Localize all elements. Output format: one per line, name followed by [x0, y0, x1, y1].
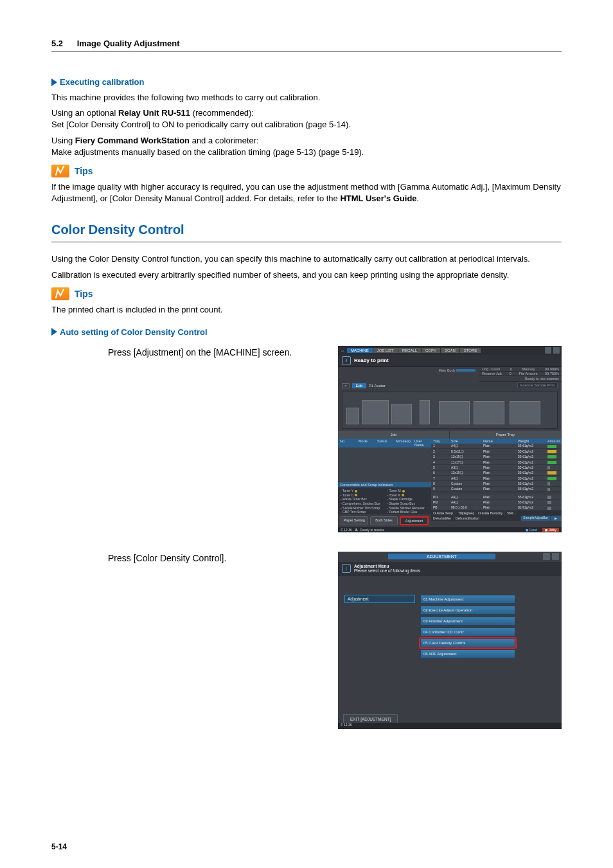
adjustment-menu-item[interactable]: 06 ADF Adjustment [420, 649, 515, 658]
status-bar: iReady to print [338, 355, 562, 367]
section-number: 5.2 [51, 39, 63, 48]
paper-tray-row[interactable]: 613x19❏Plain55-61g/m2 [431, 471, 562, 476]
section-header: 5.2 Image Quality Adjustment [51, 39, 562, 51]
info-icon: i [342, 356, 351, 365]
paper-tray-header: TraySizeNameWeightAmount [431, 439, 562, 444]
paper-tray-row[interactable]: 8CustomPlain55-61g/m2 [431, 481, 562, 486]
tab-machine[interactable]: MACHINE [347, 348, 373, 353]
info-icon: i [342, 564, 351, 573]
paper-tray-row[interactable]: PI1A4❏Plain55-61g/m2 [431, 494, 562, 500]
tips-label: Tips [75, 289, 93, 299]
section-title: Image Quality Adjustment [77, 39, 180, 48]
edit-avatar-button[interactable]: Edit [352, 383, 366, 388]
adjustment-menu-item[interactable]: 01 Machine Adjustment [420, 595, 515, 604]
adjustment-tab[interactable]: ADJUSTMENT [388, 554, 495, 559]
dehumidifier-row: DehumidifierDehumidificationSampleAdjust… [431, 516, 562, 521]
adjustment-menu-item[interactable]: 04 Controller ICC Contr. [420, 628, 515, 637]
detail-button[interactable]: ◼ Detail [523, 528, 540, 532]
sample-adjust-bar[interactable]: SampleAdjustBar [521, 516, 551, 521]
footer-status-bar: © 12:36🖶Ready to receive◼ Detail◼ Utilit… [338, 527, 562, 532]
paper-tray-row[interactable]: 9CustomPlain55-61g/m2 [431, 487, 562, 492]
adjustment-menu-item[interactable]: 03 Finisher Adjustment [420, 617, 515, 626]
consumable-list: Toner YToner CWaste Toner BoxComprehens.… [338, 487, 431, 514]
tab-copy[interactable]: COPY [422, 348, 440, 353]
tips-icon [51, 165, 69, 177]
adjustment-category-button[interactable]: Adjustment [344, 595, 415, 603]
subheading-auto-setting: Auto setting of Color Density Control [51, 327, 562, 337]
tab-scan[interactable]: SCAN [441, 348, 459, 353]
job-header: No.ModeStatusMinute(s)User Name [338, 439, 431, 448]
machine-diagram [342, 392, 558, 429]
execute-sample-print-button[interactable]: Execute Sample Print [517, 382, 558, 388]
paper-tray-row[interactable]: 411x17❏Plain55-61g/m2 [431, 460, 562, 465]
paper-tray-row[interactable]: 28.5x11❏Plain55-61g/m2 [431, 449, 562, 454]
help-icon[interactable] [553, 347, 560, 354]
adjustment-menu-item[interactable]: 02 Execute Adjust Operation [420, 606, 515, 615]
utility-button[interactable]: ◼ Utility [542, 528, 559, 532]
job-list [338, 448, 431, 482]
paper-tray-row[interactable]: PI2A4❏Plain55-61g/m2 [431, 500, 562, 505]
subheading-executing-calibration: Executing calibration [51, 77, 562, 87]
prev-avatar-button[interactable]: < [342, 383, 350, 388]
adjustment-header: iAdjustment MenuPlease select one of fol… [338, 562, 562, 575]
both sides-button[interactable]: Both Sides [370, 516, 398, 525]
step-2-text: Press [Color Density Control]. [51, 552, 319, 565]
tab-recall[interactable]: RECALL [398, 348, 421, 353]
help-icon[interactable] [552, 553, 559, 560]
paragraph: Using an optional Relay Unit RU-511 (rec… [51, 107, 562, 131]
adjustment-button[interactable]: Adjustment [400, 516, 429, 525]
ready-text: Ready to print [354, 357, 389, 363]
tips-text: If the image quality with higher accurac… [51, 181, 562, 204]
paragraph: This machine provides the following two … [51, 92, 562, 104]
settings-icon[interactable] [545, 347, 551, 354]
triangle-icon [51, 78, 57, 86]
outside-temp-row: Outside Temp.78[degree]Outside Humidity5… [431, 511, 562, 516]
tab-job list[interactable]: JOB LIST [373, 348, 398, 353]
home-icon[interactable]: ⌂ [338, 348, 347, 352]
step-1-text: Press [Adjustment] on the [MACHINE] scre… [51, 346, 319, 359]
tips-header: Tips [51, 287, 562, 300]
adjustment-menu-item[interactable]: 05 Color Density Control [420, 638, 515, 647]
paragraph: Using Fiery Command WorkStation and a co… [51, 135, 562, 158]
printer-icon: 🖶 [355, 528, 358, 532]
paper-tray-row[interactable]: PB98.0 x 65.0Plain81-91g/m2 [431, 505, 562, 511]
consumable-title: Consumable and Scrap Indicators [338, 482, 431, 487]
paragraph: Using the Color Density Control function… [51, 253, 562, 265]
machine-screen: ⌂MACHINEJOB LISTRECALLCOPYSCANSTOREiRead… [338, 346, 562, 532]
job-panel-title: Job [338, 431, 450, 439]
adjustment-top-bar: ADJUSTMENT [338, 552, 562, 562]
top-tab-bar: ⌂MACHINEJOB LISTRECALLCOPYSCANSTORE [338, 346, 562, 355]
tab-store[interactable]: STORE [460, 348, 481, 353]
triangle-icon [51, 328, 57, 336]
tips-icon [51, 287, 69, 300]
settings-icon[interactable] [543, 553, 550, 560]
adjustment-screen: ADJUSTMENTiAdjustment MenuPlease select … [338, 552, 562, 729]
paper-tray-row[interactable]: 5A3❏Plain55-61g/m2 [431, 465, 562, 470]
paragraph: Calibration is executed every arbitraril… [51, 269, 562, 281]
paper-tray-row[interactable]: 1A4❏Plain55-61g/m2 [431, 444, 562, 449]
heading-color-density-control: Color Density Control [51, 222, 562, 237]
avatar-label: P1 Avatar [369, 384, 386, 388]
paper setting-button[interactable]: Paper Setting [341, 516, 368, 525]
scroll-arrow-icon[interactable]: ▶ [551, 516, 562, 521]
tips-header: Tips [51, 165, 562, 177]
paper-tray-row[interactable]: 7A4❏Plain55-61g/m2 [431, 476, 562, 481]
heading-rule [51, 241, 562, 243]
page-number: 5-14 [51, 842, 67, 851]
tips-text: The printed chart is included in the pri… [51, 304, 562, 316]
paper-tray-row[interactable]: 313x19❏Plain55-61g/m2 [431, 455, 562, 460]
paper-tray-panel-title: Paper Tray [450, 431, 562, 439]
tips-label: Tips [75, 166, 93, 176]
footer-status-bar: © 12:36 [338, 723, 562, 729]
